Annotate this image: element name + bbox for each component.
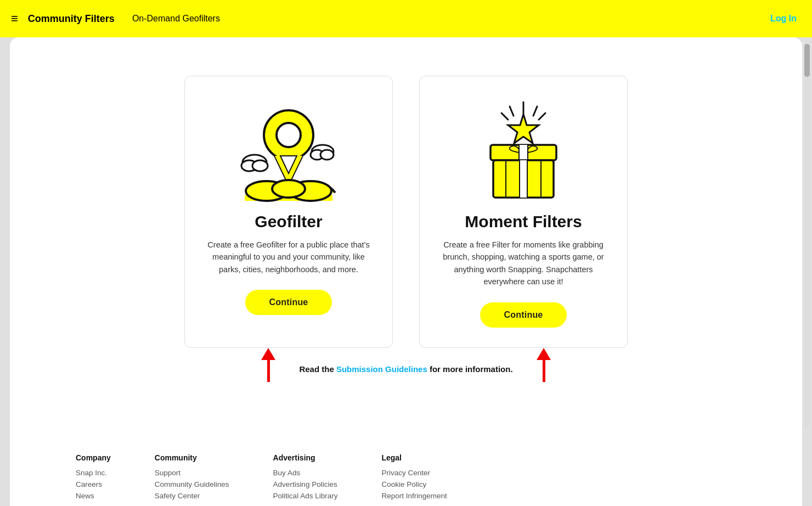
moment-filters-card: Moment Filters Create a free Filter for … [419,76,628,348]
svg-point-1 [277,123,301,147]
footer-link[interactable]: Safety Center [155,492,229,500]
footer-link[interactable]: Privacy Center [381,469,447,477]
footer-column-legal: LegalPrivacy CenterCookie PolicyReport I… [381,453,447,503]
scrollbar-thumb[interactable] [804,44,810,77]
moment-filters-description: Create a free Filter for moments like gr… [437,239,610,288]
cards-section: Geofilter Create a free Geofilter for a … [32,70,780,348]
footer-link[interactable]: Report Infringement [381,492,447,500]
geofilter-title: Geofilter [255,212,322,231]
footer: CompanySnap Inc.CareersNewsCommunitySupp… [32,436,780,506]
hamburger-icon[interactable]: ≡ [11,12,18,26]
svg-marker-18 [508,114,539,143]
footer-column-community: CommunitySupportCommunity GuidelinesSafe… [155,453,229,503]
scrollbar-track[interactable] [804,44,810,428]
svg-rect-20 [519,145,528,160]
svg-line-16 [539,113,545,120]
moment-filters-continue-button[interactable]: Continue [480,302,567,328]
footer-link[interactable]: Cookie Policy [381,480,447,488]
svg-line-14 [533,106,537,116]
footer-column-advertising: AdvertisingBuy AdsAdvertising PoliciesPo… [273,453,338,503]
moment-filters-title: Moment Filters [465,212,582,231]
svg-rect-24 [520,160,527,198]
footer-col-heading: Company [76,453,111,462]
left-arrow-head [261,348,275,360]
left-arrow-tail [267,360,270,382]
main-content: Geofilter Create a free Geofilter for a … [10,37,802,506]
footer-link[interactable]: News [76,492,111,500]
right-arrow [537,348,551,382]
svg-line-15 [510,106,514,116]
svg-point-12 [272,180,305,198]
geofilter-icon [234,94,343,204]
svg-point-6 [252,160,268,171]
submission-guidelines-text: Read the Submission Guidelines for more … [299,364,512,374]
on-demand-geofilters-link[interactable]: On-Demand Geofilters [132,14,220,24]
footer-col-heading: Community [155,453,229,462]
moment-filters-icon [469,94,578,204]
footer-col-heading: Advertising [273,453,338,462]
info-section: Read the Submission Guidelines for more … [32,348,780,414]
header: ≡ Community Filters On-Demand Geofilters… [0,0,812,37]
footer-link[interactable]: Political Ads Library [273,492,338,500]
geofilter-card: Geofilter Create a free Geofilter for a … [184,76,393,348]
geofilter-description: Create a free Geofilter for a public pla… [202,239,375,276]
geofilter-continue-button[interactable]: Continue [245,290,332,315]
header-title: Community Filters [28,13,115,25]
footer-link[interactable]: Buy Ads [273,469,338,477]
footer-link[interactable]: Support [155,469,229,477]
right-arrow-tail [543,360,545,382]
footer-link[interactable]: Snap Inc. [76,469,111,477]
footer-link[interactable]: Community Guidelines [155,480,229,488]
svg-line-17 [501,113,508,120]
footer-column-company: CompanySnap Inc.CareersNews [76,453,111,503]
left-arrow [261,348,275,382]
right-arrow-head [537,348,551,360]
footer-link[interactable]: Advertising Policies [273,480,338,488]
svg-point-9 [320,150,334,160]
submission-guidelines-link[interactable]: Submission Guidelines [336,364,427,374]
footer-link[interactable]: Careers [76,480,111,488]
footer-col-heading: Legal [381,453,447,462]
login-button[interactable]: Log In [770,14,797,24]
